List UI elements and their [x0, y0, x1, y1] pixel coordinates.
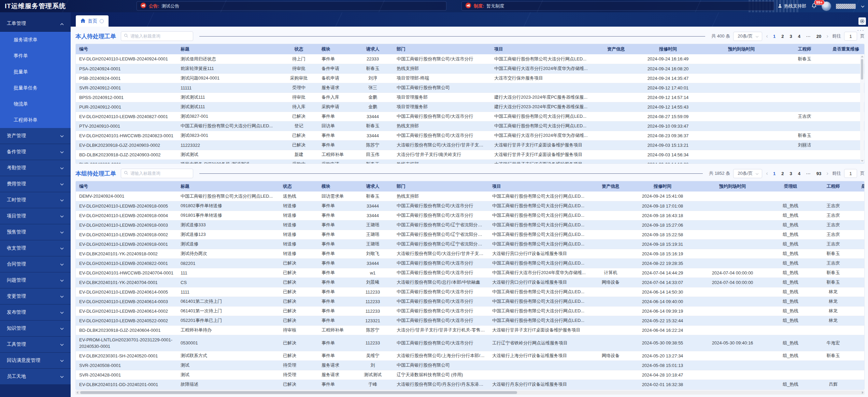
column-header-工程师[interactable]: 工程师	[782, 44, 827, 54]
page-ellipsis[interactable]: ···	[805, 34, 812, 39]
page-button-4[interactable]: 4	[797, 171, 802, 176]
column-header-受理组[interactable]: 受理组	[770, 181, 811, 192]
table-row[interactable]: BD-DLBK20230918-GJZ-20240903-0002测试测试新建工…	[76, 150, 865, 159]
sidebar-group-发布管理[interactable]: 发布管理	[0, 304, 71, 321]
column-header-资产信息[interactable]: 资产信息	[591, 181, 630, 192]
table-row[interactable]: SVR-20240508-0001测试待受理服务请求刘中国工商银行股份有限公司2…	[76, 360, 865, 370]
sidebar-group-变更管理[interactable]: 变更管理	[0, 288, 71, 304]
column-header-是否重复维修[interactable]: 是否重复维修	[855, 181, 865, 192]
sidebar-group-资产管理[interactable]: 资产管理	[0, 128, 71, 144]
column-header-编号[interactable]: 编号	[76, 181, 177, 192]
scroll-thumb[interactable]	[80, 391, 517, 394]
table-row[interactable]: BD-DLBK20230918-GJZ-20240604-0001工程师补单待办…	[76, 325, 865, 335]
column-header-编号[interactable]: 编号	[76, 44, 177, 54]
table2-horizontal-scrollbar[interactable]	[75, 391, 865, 395]
sidebar-item-物流单[interactable]: 物流单	[0, 96, 71, 112]
sidebar-group-问题管理[interactable]: 问题管理	[0, 272, 71, 288]
page-button-3[interactable]: 3	[788, 171, 793, 176]
my-pending-search-input[interactable]	[130, 34, 190, 39]
table-row[interactable]: PUR-20240806-0001项目内服务-RIT2100备机-测试测试采购中…	[76, 159, 865, 164]
table-row[interactable]: EV-DLGH20240110-LEDWB-20240822-000108220…	[76, 258, 865, 268]
column-header-标题[interactable]: 标题	[177, 44, 280, 54]
hotline-department-link[interactable]: 热线支持部	[778, 3, 806, 9]
column-header-报修时间[interactable]: 报修时间	[630, 181, 695, 192]
table-row[interactable]: SVR-20240912-000111111受理中服务请求张三中国工商银行股份有…	[76, 83, 865, 93]
table-row[interactable]: EV-DLBK20240101-YK-20240704-0001CS已解决事件单…	[76, 278, 865, 287]
user-name-redacted[interactable]	[836, 4, 856, 9]
scroll-left-arrow[interactable]	[76, 391, 78, 394]
column-header-请求人[interactable]: 请求人	[352, 44, 393, 54]
sidebar-group-工单管理[interactable]: 工单管理	[0, 16, 71, 32]
group-pending-search-input[interactable]	[130, 171, 190, 176]
column-header-项目[interactable]: 项目	[491, 44, 597, 54]
table-row[interactable]: EV-DLBK20230301-SH-20240520-0001测试联系方式已解…	[76, 351, 865, 360]
sidebar-item-事件单[interactable]: 事件单	[0, 48, 71, 64]
page-button-1[interactable]: 1	[772, 171, 777, 176]
page-button-2[interactable]: 2	[780, 34, 785, 39]
table-row[interactable]: PSA-20240924-0001前滚轮弹簧座111待审批备件申请靳春玉热线支持…	[76, 64, 865, 73]
sidebar-item-批量单[interactable]: 批量单	[0, 64, 71, 80]
table-row[interactable]: EV-DLBK20240101-YK-20240918-0002测试待办两次转送…	[76, 249, 865, 258]
my-pending-search[interactable]	[121, 31, 193, 41]
prev-page-button[interactable]: ‹	[765, 33, 769, 40]
column-header-模块[interactable]: 模块	[318, 44, 352, 54]
table-row[interactable]: BPSS-20240912-0001测试测试111待审批备件入库金鹏项目管理服务…	[76, 93, 865, 102]
scroll-thumb[interactable]	[861, 59, 863, 80]
next-page-button[interactable]: ›	[826, 33, 829, 40]
page-button-4[interactable]: 4	[797, 34, 802, 39]
table-row[interactable]: EV-DLGH20240110-LEDWB-20240827-0001测试082…	[76, 112, 865, 121]
table-row[interactable]: EV-DLGH20240110-LEDWB-20240918-0003测试送修3…	[76, 220, 865, 230]
column-header-是否重复维修[interactable]: 是否重复维修	[827, 44, 865, 54]
table-row[interactable]: EV-DLGH20240101-HWCCWB-20240823-0001测试08…	[76, 131, 865, 140]
sidebar-group-预售管理[interactable]: 预售管理	[0, 224, 71, 240]
chevron-down-icon[interactable]	[861, 4, 865, 9]
target-icon[interactable]	[858, 17, 866, 25]
column-header-标题[interactable]: 标题	[177, 181, 280, 192]
page-button-93[interactable]: 93	[815, 171, 823, 176]
sidebar-group-工具管理[interactable]: 工具管理	[0, 337, 71, 353]
column-header-状态[interactable]: 状态	[280, 181, 318, 192]
sidebar-group-考勤管理[interactable]: 考勤管理	[0, 160, 71, 176]
column-header-工程师[interactable]: 工程师	[811, 181, 855, 192]
table-row[interactable]: EV-DLGH20240110-LEDWB-20240918-0001测试送修转…	[76, 239, 865, 249]
table1-vertical-scrollbar[interactable]	[860, 55, 864, 162]
column-header-请求人[interactable]: 请求人	[352, 181, 393, 192]
sidebar-item-批量单任务[interactable]: 批量单任务	[0, 80, 71, 96]
goto-page-input[interactable]	[844, 32, 857, 41]
table-row[interactable]: EV-PROM-LNTLGH20230701-20231229-0001-202…	[76, 335, 865, 351]
table-row[interactable]: SVR-20240428-0001测试待受理服务请求测试测试辽宁天港数据科技有限…	[76, 370, 865, 380]
page-size-select[interactable]: 20条/页	[733, 32, 762, 41]
table-row[interactable]: EV-DLBK20240101-DD-20240201-0001故障描述已解决事…	[76, 380, 865, 389]
sidebar-group-员工天地[interactable]: 员工天地	[0, 369, 71, 385]
table-row[interactable]: EV-DLGH20240110-LEDWB-20240614-000206140…	[76, 306, 865, 316]
notification-bell[interactable]: 99+	[811, 3, 817, 10]
sidebar-group-知识管理[interactable]: 知识管理	[0, 321, 71, 337]
column-header-部门[interactable]: 部门	[393, 181, 489, 192]
tab-refresh-icon[interactable]	[100, 19, 104, 23]
page-button-2[interactable]: 2	[780, 171, 785, 176]
page-ellipsis[interactable]: ···	[805, 171, 812, 176]
table-row[interactable]: EV-DLGH20240110-LEDWB-20240918-000409180…	[76, 211, 865, 220]
sidebar-group-合同管理[interactable]: 合同管理	[0, 256, 71, 272]
prev-page-button[interactable]: ‹	[765, 170, 769, 177]
scroll-right-arrow[interactable]	[862, 391, 864, 394]
column-header-预约到场时间[interactable]: 预约到场时间	[700, 44, 782, 54]
sidebar-group-费用管理[interactable]: 费用管理	[0, 176, 71, 192]
sidebar-group-工时管理[interactable]: 工时管理	[0, 192, 71, 208]
scroll-down-arrow[interactable]	[861, 160, 864, 162]
goto-page-input[interactable]	[844, 169, 857, 178]
sidebar-item-工程师补单[interactable]: 工程师补单	[0, 112, 71, 128]
table-row[interactable]: PTV-20240910-0001中国工商银行股份有限公司大连分行网点LED..…	[76, 121, 865, 131]
table-row[interactable]: EV-DLGH20240110-LEDWB-20240522-000205220…	[76, 316, 865, 325]
sidebar-group-收支管理[interactable]: 收支管理	[0, 240, 71, 256]
more-options-icon[interactable]: ···	[857, 27, 865, 33]
column-header-状态[interactable]: 状态	[280, 44, 318, 54]
page-button-1[interactable]: 1	[772, 34, 777, 39]
page-button-3[interactable]: 3	[788, 34, 793, 39]
column-header-模块[interactable]: 模块	[318, 181, 352, 192]
table-row[interactable]: EV-DLGH20240110-LEDWB-20240918-000509180…	[76, 201, 865, 211]
table-row[interactable]: EV-DLGH20240101-HWCCWB-20240704-0001111已…	[76, 268, 865, 278]
column-header-部门[interactable]: 部门	[393, 44, 491, 54]
announcement-bar[interactable]: 公告: 测试公告	[137, 1, 446, 11]
page-size-select[interactable]: 20条/页	[733, 169, 762, 178]
